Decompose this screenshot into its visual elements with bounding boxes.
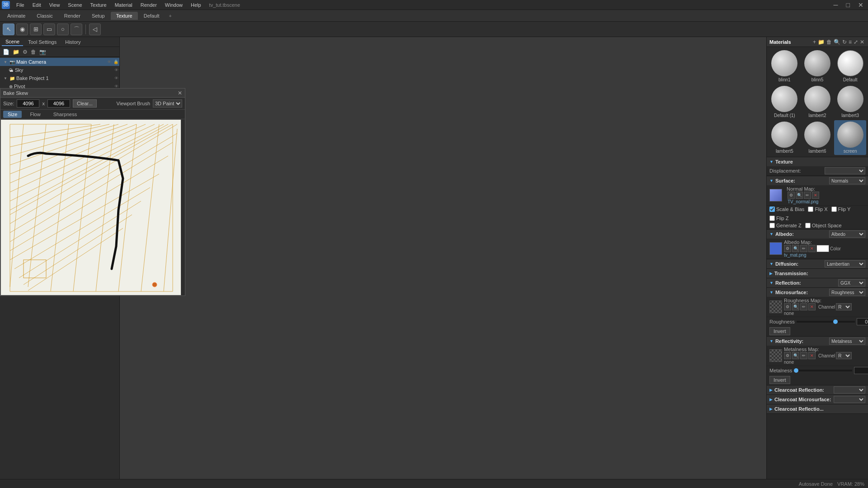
scene-tab-scene[interactable]: Scene — [2, 38, 23, 46]
lasso-tool[interactable]: ⌒ — [71, 23, 82, 35]
edit-icon-rough[interactable]: ✏ — [800, 303, 807, 310]
reflection-section-header[interactable]: ▼ Reflection: GGX — [767, 278, 868, 287]
flipz-cb[interactable] — [769, 216, 775, 221]
clearcoat-micro-select[interactable] — [834, 396, 865, 403]
mat-item-lambert5[interactable]: lambert5 — [769, 120, 801, 155]
tree-lock-main[interactable]: 🔒 — [113, 60, 118, 64]
size-tab[interactable]: Size — [3, 111, 22, 118]
mat-header-close[interactable]: ✕ — [859, 39, 865, 45]
circle-tool[interactable]: ○ — [57, 23, 69, 35]
bake-clear-btn[interactable]: Clear... — [73, 99, 97, 108]
clearcoat-micro-header[interactable]: ▶ Clearcoat Microsurface: — [767, 395, 868, 404]
tree-item-bake[interactable]: ▼ 📁 Bake Project 1 👁 — [0, 74, 119, 82]
surface-section-header[interactable]: ▼ Surface: Normals — [767, 176, 868, 185]
metalness-invert-btn[interactable]: Invert — [769, 376, 790, 384]
menu-scene[interactable]: Scene — [64, 1, 85, 9]
menu-material[interactable]: Material — [111, 1, 136, 9]
menu-view[interactable]: View — [46, 1, 64, 9]
search-icon-metal[interactable]: 🔍 — [792, 352, 799, 359]
bake-size-input1[interactable] — [17, 99, 39, 108]
reflectivity-type-select[interactable]: Metalness — [829, 338, 865, 345]
bake-canvas[interactable] — [0, 119, 181, 296]
displacement-select[interactable] — [825, 167, 865, 174]
edit-icon-nm[interactable]: ✏ — [804, 192, 811, 199]
mat-item-blinn1[interactable]: blinn1 — [769, 49, 801, 84]
scene-camera-btn[interactable]: 📷 — [38, 48, 47, 56]
tree-eye-sky[interactable]: 👁 — [114, 68, 118, 72]
metalness-slider[interactable] — [794, 370, 852, 371]
gear-icon-alb[interactable]: ⚙ — [784, 245, 791, 252]
objectspace-cb[interactable] — [805, 223, 811, 228]
gear-icon-nm[interactable]: ⚙ — [788, 192, 795, 199]
scene-tab-toolsettings[interactable]: Tool Settings — [24, 38, 60, 46]
surface-type-select[interactable]: Normals — [829, 177, 865, 184]
mat-item-default1[interactable]: Default (1) — [769, 84, 801, 119]
extra-tool1[interactable]: ◁ — [89, 23, 101, 35]
ws-tab-texture[interactable]: Texture — [111, 12, 138, 20]
window-close[interactable]: ✕ — [855, 1, 866, 9]
diffusion-section-header[interactable]: ▼ Diffusion: Lambertian — [767, 259, 868, 268]
menu-texture[interactable]: Texture — [87, 1, 110, 9]
window-minimize[interactable]: ─ — [831, 1, 841, 9]
tree-item-sky[interactable]: 🌥 Sky 👁 — [0, 66, 119, 74]
flipy-cb[interactable] — [831, 206, 837, 212]
ws-tab-default[interactable]: Default — [138, 12, 165, 20]
reflection-type-select[interactable]: GGX — [838, 279, 865, 286]
clearcoat-ref-header[interactable]: ▶ Clearcoat Reflection: — [767, 385, 868, 394]
bake-size-input2[interactable] — [47, 99, 70, 108]
gear-icon-metal[interactable]: ⚙ — [784, 352, 791, 359]
menu-edit[interactable]: Edit — [29, 1, 45, 9]
delete-icon-nm[interactable]: ✕ — [812, 192, 819, 199]
texture-section-header[interactable]: ▼ Texture — [767, 157, 868, 166]
flow-tab[interactable]: Flow — [25, 111, 45, 118]
select-tool[interactable]: ↖ — [3, 23, 14, 35]
scale-bias-item[interactable]: Scale & Bias — [769, 206, 804, 212]
scene-folder-btn[interactable]: 📁 — [12, 48, 20, 56]
delete-icon-rough[interactable]: ✕ — [808, 303, 816, 310]
menu-window[interactable]: Window — [161, 1, 186, 9]
color-swatch-alb[interactable] — [816, 245, 829, 252]
tree-eye-main[interactable]: 👁 — [107, 60, 111, 64]
mat-header-expand[interactable]: ⤢ — [853, 39, 859, 45]
search-icon-rough[interactable]: 🔍 — [792, 303, 799, 310]
roughness-invert-btn[interactable]: Invert — [769, 327, 790, 335]
roughness-slider[interactable] — [797, 321, 855, 323]
objectspace-item[interactable]: Object Space — [805, 223, 842, 228]
mat-header-search[interactable]: 🔍 — [833, 39, 841, 45]
mat-item-screen[interactable]: screen — [834, 120, 866, 155]
mat-item-lambert6[interactable]: lambert6 — [802, 120, 834, 155]
flipy-item[interactable]: Flip Y — [831, 206, 851, 212]
search-icon-alb[interactable]: 🔍 — [792, 245, 799, 252]
clearcoat-refb-header[interactable]: ▶ Clearcoat Reflectio... — [767, 404, 868, 413]
menu-render[interactable]: Render — [137, 1, 160, 9]
flipz-item[interactable]: Flip Z — [769, 216, 789, 221]
channel-select-metal[interactable]: R — [836, 352, 852, 359]
gear-icon-rough[interactable]: ⚙ — [784, 303, 791, 310]
mat-header-refresh[interactable]: ↻ — [841, 39, 848, 45]
ws-tab-render[interactable]: Render — [59, 12, 86, 20]
generatez-item[interactable]: Generate Z — [769, 223, 802, 228]
clearcoat-ref-select[interactable] — [834, 386, 865, 394]
sharpness-tab[interactable]: Sharpness — [49, 111, 82, 118]
paint-mode-select[interactable]: 3D Paint — [153, 99, 182, 108]
edit-icon-metal[interactable]: ✏ — [800, 352, 807, 359]
menu-file[interactable]: File — [13, 1, 28, 9]
search-icon-nm[interactable]: 🔍 — [796, 192, 803, 199]
transform-tool[interactable]: ⊞ — [30, 23, 42, 35]
mat-item-default[interactable]: Default — [834, 49, 866, 84]
delete-icon-metal[interactable]: ✕ — [808, 352, 816, 359]
metalness-value[interactable] — [854, 367, 868, 374]
ws-tab-animate[interactable]: Animate — [2, 12, 31, 20]
microsurface-section-header[interactable]: ▼ Microsurface: Roughness — [767, 288, 868, 297]
edit-icon-alb[interactable]: ✏ — [800, 245, 807, 252]
delete-icon-alb[interactable]: ✕ — [808, 245, 816, 252]
scene-gear-btn[interactable]: ⚙ — [22, 48, 28, 56]
scale-bias-cb[interactable] — [769, 206, 775, 212]
channel-select-rough[interactable]: R — [836, 303, 852, 310]
tree-item-maincamera[interactable]: ▼ 📷 Main Camera 👁 🔒 — [0, 58, 119, 66]
diffusion-type-select[interactable]: Lambertian — [825, 260, 865, 267]
mat-header-folder[interactable]: 📁 — [817, 39, 826, 45]
ws-tab-classic[interactable]: Classic — [31, 12, 58, 20]
rect-tool[interactable]: ▭ — [43, 23, 55, 35]
albedo-section-header[interactable]: ▼ Albedo: Albedo — [767, 230, 868, 239]
